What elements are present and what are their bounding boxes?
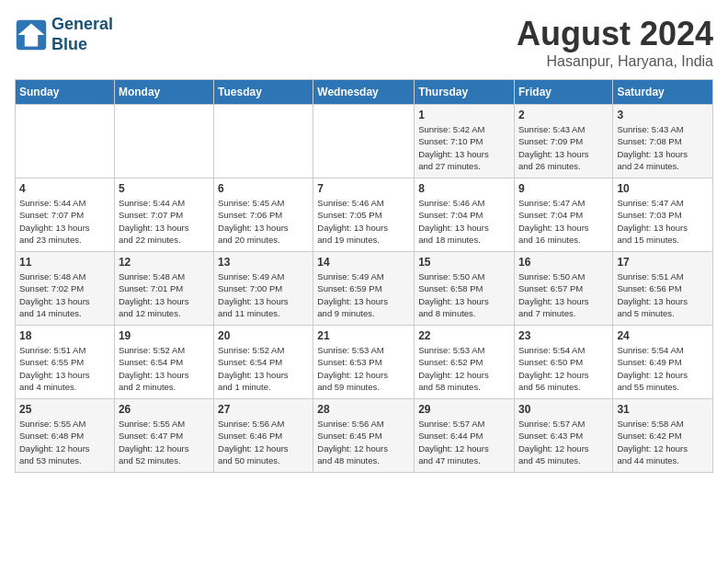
calendar-cell: 25Sunrise: 5:55 AM Sunset: 6:48 PM Dayli… [16,399,115,473]
calendar-cell: 26Sunrise: 5:55 AM Sunset: 6:47 PM Dayli… [114,399,213,473]
calendar-cell: 1Sunrise: 5:42 AM Sunset: 7:10 PM Daylig… [415,105,515,178]
day-number: 18 [19,329,110,342]
calendar-cell: 21Sunrise: 5:53 AM Sunset: 6:53 PM Dayli… [313,326,415,399]
column-header-monday: Monday [114,80,213,105]
calendar-cell: 17Sunrise: 5:51 AM Sunset: 6:56 PM Dayli… [613,252,713,326]
day-number: 25 [19,403,110,416]
calendar-cell: 20Sunrise: 5:52 AM Sunset: 6:54 PM Dayli… [214,326,313,399]
calendar-cell: 9Sunrise: 5:47 AM Sunset: 7:04 PM Daylig… [514,178,612,252]
calendar-week-row: 18Sunrise: 5:51 AM Sunset: 6:55 PM Dayli… [16,326,713,399]
day-info: Sunrise: 5:52 AM Sunset: 6:54 PM Dayligh… [218,344,309,393]
day-info: Sunrise: 5:50 AM Sunset: 6:58 PM Dayligh… [418,270,510,319]
day-info: Sunrise: 5:56 AM Sunset: 6:46 PM Dayligh… [218,418,309,466]
calendar-cell: 29Sunrise: 5:57 AM Sunset: 6:44 PM Dayli… [415,399,515,473]
day-number: 29 [418,403,510,416]
day-info: Sunrise: 5:49 AM Sunset: 6:59 PM Dayligh… [317,270,410,319]
day-number: 31 [617,403,709,416]
day-info: Sunrise: 5:57 AM Sunset: 6:43 PM Dayligh… [518,418,609,466]
column-header-sunday: Sunday [16,80,115,105]
day-info: Sunrise: 5:47 AM Sunset: 7:04 PM Dayligh… [518,197,609,246]
day-info: Sunrise: 5:46 AM Sunset: 7:04 PM Dayligh… [418,197,510,246]
calendar-table: SundayMondayTuesdayWednesdayThursdayFrid… [15,79,713,473]
day-number: 11 [19,256,110,269]
calendar-cell [313,105,415,178]
calendar-cell: 5Sunrise: 5:44 AM Sunset: 7:07 PM Daylig… [114,178,213,252]
calendar-cell: 14Sunrise: 5:49 AM Sunset: 6:59 PM Dayli… [313,252,415,326]
day-number: 27 [218,403,309,416]
calendar-week-row: 25Sunrise: 5:55 AM Sunset: 6:48 PM Dayli… [16,399,713,473]
day-info: Sunrise: 5:53 AM Sunset: 6:52 PM Dayligh… [418,344,510,393]
day-info: Sunrise: 5:57 AM Sunset: 6:44 PM Dayligh… [418,418,510,466]
calendar-cell: 7Sunrise: 5:46 AM Sunset: 7:05 PM Daylig… [313,178,415,252]
day-number: 15 [418,256,510,269]
day-number: 16 [518,256,609,269]
day-number: 28 [317,403,410,416]
day-number: 4 [19,182,110,195]
column-header-tuesday: Tuesday [214,80,313,105]
calendar-cell: 11Sunrise: 5:48 AM Sunset: 7:02 PM Dayli… [16,252,115,326]
title-block: August 2024 Hasanpur, Haryana, India [517,15,713,70]
calendar-cell [16,105,115,178]
day-number: 5 [119,182,210,195]
calendar-week-row: 1Sunrise: 5:42 AM Sunset: 7:10 PM Daylig… [16,105,713,178]
day-info: Sunrise: 5:54 AM Sunset: 6:49 PM Dayligh… [617,344,709,393]
calendar-cell: 4Sunrise: 5:44 AM Sunset: 7:07 PM Daylig… [16,178,115,252]
day-number: 22 [418,329,510,342]
day-info: Sunrise: 5:53 AM Sunset: 6:53 PM Dayligh… [317,344,410,393]
calendar-cell: 31Sunrise: 5:58 AM Sunset: 6:42 PM Dayli… [613,399,713,473]
day-info: Sunrise: 5:47 AM Sunset: 7:03 PM Dayligh… [617,197,709,246]
calendar-cell: 6Sunrise: 5:45 AM Sunset: 7:06 PM Daylig… [214,178,313,252]
day-number: 23 [518,329,609,342]
calendar-cell [114,105,213,178]
day-number: 17 [617,256,709,269]
calendar-cell: 2Sunrise: 5:43 AM Sunset: 7:09 PM Daylig… [514,105,612,178]
calendar-week-row: 4Sunrise: 5:44 AM Sunset: 7:07 PM Daylig… [16,178,713,252]
day-number: 26 [119,403,210,416]
day-number: 10 [617,182,709,195]
day-info: Sunrise: 5:43 AM Sunset: 7:08 PM Dayligh… [617,123,709,172]
day-number: 1 [418,109,510,121]
calendar-week-row: 11Sunrise: 5:48 AM Sunset: 7:02 PM Dayli… [16,252,713,326]
day-number: 13 [218,256,309,269]
calendar-cell: 28Sunrise: 5:56 AM Sunset: 6:45 PM Dayli… [313,399,415,473]
day-number: 24 [617,329,709,342]
calendar-cell: 10Sunrise: 5:47 AM Sunset: 7:03 PM Dayli… [613,178,713,252]
calendar-cell: 30Sunrise: 5:57 AM Sunset: 6:43 PM Dayli… [514,399,612,473]
logo: General Blue [15,15,113,54]
day-info: Sunrise: 5:55 AM Sunset: 6:48 PM Dayligh… [19,418,110,466]
day-info: Sunrise: 5:48 AM Sunset: 7:02 PM Dayligh… [19,270,110,319]
column-header-wednesday: Wednesday [313,80,415,105]
page-header: General Blue August 2024 Hasanpur, Harya… [15,15,713,70]
day-info: Sunrise: 5:58 AM Sunset: 6:42 PM Dayligh… [617,418,709,466]
calendar-cell: 12Sunrise: 5:48 AM Sunset: 7:01 PM Dayli… [114,252,213,326]
day-number: 30 [518,403,609,416]
column-header-saturday: Saturday [613,80,713,105]
day-number: 6 [218,182,309,195]
day-info: Sunrise: 5:42 AM Sunset: 7:10 PM Dayligh… [418,123,510,172]
month-title: August 2024 [517,15,713,53]
day-info: Sunrise: 5:52 AM Sunset: 6:54 PM Dayligh… [119,344,210,393]
column-header-thursday: Thursday [415,80,515,105]
day-number: 12 [119,256,210,269]
logo-icon [15,18,48,52]
calendar-cell: 23Sunrise: 5:54 AM Sunset: 6:50 PM Dayli… [514,326,612,399]
day-info: Sunrise: 5:43 AM Sunset: 7:09 PM Dayligh… [518,123,609,172]
calendar-cell: 22Sunrise: 5:53 AM Sunset: 6:52 PM Dayli… [415,326,515,399]
calendar-cell: 24Sunrise: 5:54 AM Sunset: 6:49 PM Dayli… [613,326,713,399]
day-number: 21 [317,329,410,342]
calendar-cell: 16Sunrise: 5:50 AM Sunset: 6:57 PM Dayli… [514,252,612,326]
day-number: 9 [518,182,609,195]
calendar-cell: 8Sunrise: 5:46 AM Sunset: 7:04 PM Daylig… [415,178,515,252]
day-info: Sunrise: 5:44 AM Sunset: 7:07 PM Dayligh… [119,197,210,246]
day-info: Sunrise: 5:54 AM Sunset: 6:50 PM Dayligh… [518,344,609,393]
column-header-friday: Friday [514,80,612,105]
calendar-cell: 27Sunrise: 5:56 AM Sunset: 6:46 PM Dayli… [214,399,313,473]
calendar-cell: 3Sunrise: 5:43 AM Sunset: 7:08 PM Daylig… [613,105,713,178]
location-subtitle: Hasanpur, Haryana, India [517,53,713,70]
day-info: Sunrise: 5:45 AM Sunset: 7:06 PM Dayligh… [218,197,309,246]
day-info: Sunrise: 5:51 AM Sunset: 6:55 PM Dayligh… [19,344,110,393]
calendar-cell: 19Sunrise: 5:52 AM Sunset: 6:54 PM Dayli… [114,326,213,399]
day-number: 19 [119,329,210,342]
day-info: Sunrise: 5:46 AM Sunset: 7:05 PM Dayligh… [317,197,410,246]
day-number: 3 [617,109,709,121]
